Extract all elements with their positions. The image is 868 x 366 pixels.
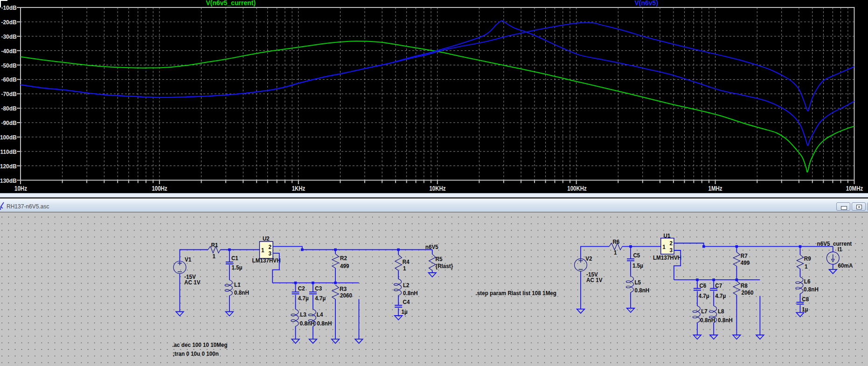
svg-text:C6: C6 (699, 282, 706, 289)
svg-text:1: 1 (403, 265, 406, 272)
svg-text:100Hz: 100Hz (152, 185, 167, 192)
svg-text:V(n6v5_current): V(n6v5_current) (206, 0, 256, 7)
svg-text:3: 3 (670, 247, 673, 254)
svg-text:0.8nH: 0.8nH (403, 290, 418, 297)
svg-text:-110dB: -110dB (0, 148, 17, 155)
svg-text:1: 1 (662, 243, 666, 250)
svg-text:-130dB: -130dB (0, 177, 16, 184)
svg-text:2060: 2060 (742, 290, 754, 297)
svg-text:-50dB: -50dB (1, 62, 17, 69)
svg-text:-40dB: -40dB (1, 47, 17, 55)
svg-text:4.7µ: 4.7µ (699, 292, 709, 299)
svg-text:L6: L6 (804, 278, 811, 285)
svg-text:R9: R9 (804, 255, 811, 262)
svg-text:10MHz: 10MHz (846, 185, 863, 192)
svg-text:L7: L7 (701, 308, 708, 315)
svg-text:-60dB: -60dB (1, 76, 17, 83)
svg-text:L8: L8 (718, 308, 724, 315)
svg-text:-10dB: -10dB (1, 4, 17, 11)
svg-text:-20dB: -20dB (1, 18, 17, 26)
svg-text:1: 1 (614, 249, 617, 256)
svg-text:1µ: 1µ (802, 306, 808, 313)
svg-text:V2: V2 (585, 255, 592, 262)
svg-text:0.8nH: 0.8nH (718, 317, 733, 324)
svg-text:-80dB: -80dB (1, 104, 17, 112)
svg-text:R6: R6 (612, 238, 619, 245)
svg-text:L2: L2 (403, 282, 410, 289)
svg-text:AC 1V: AC 1V (184, 279, 201, 286)
svg-text:1: 1 (261, 247, 264, 254)
svg-text:R2: R2 (340, 255, 347, 262)
svg-text:2: 2 (670, 240, 673, 247)
svg-text:R8: R8 (741, 283, 748, 290)
svg-text:0.8nH: 0.8nH (634, 287, 649, 294)
svg-text:n6V5: n6V5 (425, 243, 438, 250)
svg-text:0.8nH: 0.8nH (234, 289, 249, 296)
svg-text:R3: R3 (340, 285, 347, 292)
svg-text:4.7µ: 4.7µ (315, 295, 326, 302)
svg-text:2060: 2060 (340, 292, 352, 299)
svg-text:1: 1 (805, 263, 808, 270)
svg-text:L1: L1 (234, 281, 241, 288)
svg-text:4.7µ: 4.7µ (298, 295, 309, 302)
svg-text:1MHz: 1MHz (708, 185, 722, 192)
svg-text:1: 1 (213, 253, 216, 260)
svg-text:0.8nH: 0.8nH (804, 286, 819, 293)
svg-text:-30dB: -30dB (1, 33, 17, 40)
svg-text:499: 499 (741, 260, 750, 267)
svg-text:2: 2 (269, 243, 272, 250)
svg-text:0.8nH: 0.8nH (317, 320, 332, 327)
svg-text:1.5µ: 1.5µ (632, 262, 643, 269)
svg-text:499: 499 (340, 262, 349, 269)
svg-text:10Hz: 10Hz (14, 185, 27, 192)
svg-text:C3: C3 (315, 285, 322, 292)
svg-text:-100dB: -100dB (0, 133, 16, 141)
svg-text:-70dB: -70dB (1, 90, 17, 97)
svg-text:C1: C1 (231, 255, 238, 262)
svg-text:3: 3 (269, 250, 272, 257)
svg-text:100KHz: 100KHz (567, 185, 586, 192)
svg-text:R7: R7 (741, 253, 748, 260)
svg-text:1µ: 1µ (402, 308, 408, 315)
svg-text:-120dB: -120dB (0, 162, 16, 170)
svg-text:R4: R4 (403, 258, 410, 265)
svg-text:C2: C2 (298, 285, 305, 292)
svg-text:V1: V1 (185, 256, 191, 263)
svg-text:AC 1V: AC 1V (586, 276, 603, 283)
svg-text:V(n6v5): V(n6v5) (635, 0, 659, 7)
svg-text:-90dB: -90dB (1, 119, 17, 126)
svg-text:L4: L4 (317, 311, 323, 318)
svg-text:1.5µ: 1.5µ (231, 264, 242, 271)
svg-text:U1: U1 (663, 232, 670, 239)
svg-text:.step param Rlast list 108 1Me: .step param Rlast list 108 1Meg (476, 290, 557, 297)
svg-text:10KHz: 10KHz (429, 185, 445, 192)
svg-text:U2: U2 (263, 235, 270, 242)
svg-text:60mA: 60mA (838, 262, 853, 269)
svg-text:L3: L3 (300, 311, 306, 318)
svg-text:1KHz: 1KHz (292, 185, 306, 192)
svg-text:.ac dec 100 10 10Meg: .ac dec 100 10 10Meg (172, 342, 227, 349)
svg-text:C5: C5 (633, 252, 640, 259)
svg-text:L5: L5 (634, 279, 641, 286)
svg-text:;tran 0 10u 0 100n: ;tran 0 10u 0 100n (173, 351, 219, 358)
svg-text:R1: R1 (211, 242, 218, 249)
svg-text:R5: R5 (436, 256, 443, 262)
svg-text:C8: C8 (802, 296, 809, 303)
svg-text:C7: C7 (715, 282, 722, 289)
svg-text:n6V5_current: n6V5_current (817, 240, 852, 247)
svg-text:4.7µ: 4.7µ (715, 292, 726, 299)
svg-text:LM137HVH: LM137HVH (653, 254, 681, 261)
svg-text:{Rlast}: {Rlast} (436, 263, 453, 270)
svg-text:C4: C4 (403, 298, 410, 305)
svg-text:LM137HVH: LM137HVH (252, 257, 281, 264)
svg-text:I1: I1 (838, 246, 842, 253)
